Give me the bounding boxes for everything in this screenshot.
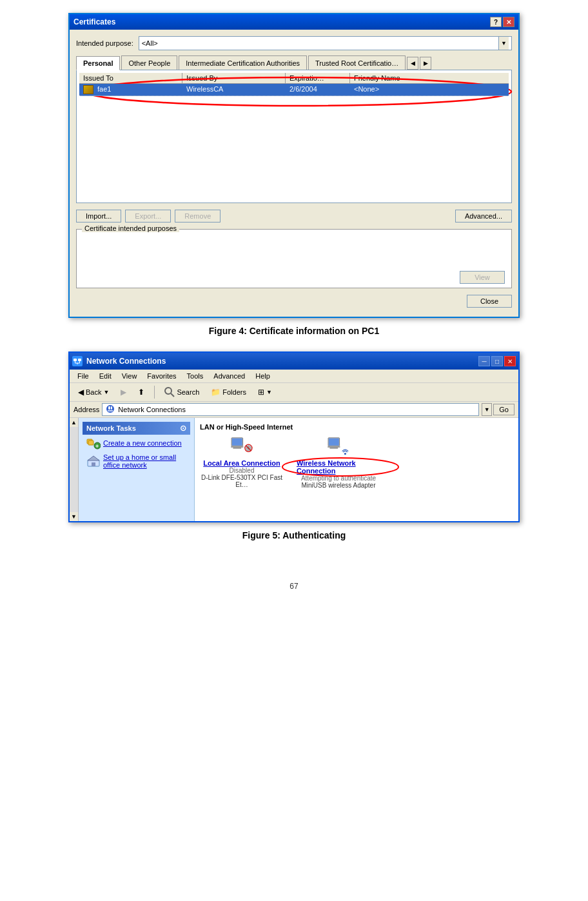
maximize-button[interactable]: □	[491, 356, 503, 366]
explorer-close-button[interactable]: ✕	[504, 356, 516, 366]
local-area-connection-desc: D-Link DFE-530TX PCI Fast Et…	[200, 474, 284, 488]
tab-personal[interactable]: Personal	[76, 56, 120, 70]
sidebar-scrollbar[interactable]: ▲ ▼	[70, 418, 79, 521]
tabs-row: Personal Other People Intermediate Certi…	[76, 55, 512, 70]
cert-friendly-name: <None>	[350, 84, 509, 95]
svg-rect-14	[88, 441, 93, 445]
sidebar-link-create[interactable]: + Create a new connection	[83, 435, 190, 451]
network-connections-icon	[72, 356, 83, 366]
sidebar-section-title: Network Tasks	[86, 424, 136, 432]
col-friendly-name: Friendly Name	[350, 73, 509, 83]
back-dropdown-icon: ▼	[103, 389, 109, 395]
button-row: Import... Export... Remove Advanced...	[76, 210, 512, 223]
certificates-dialog: Certificates ? ✕ Intended purpose: <All>…	[68, 13, 520, 318]
address-icon	[105, 404, 115, 415]
search-button[interactable]: Search	[160, 385, 204, 399]
address-bar: Address Network Connections ▼ Go	[70, 402, 518, 418]
explorer-titlebar: Network Connections ─ □ ✕	[70, 353, 518, 370]
cert-issued-by: WirelessCA	[182, 84, 286, 95]
tab-scroll-left[interactable]: ◀	[407, 57, 418, 70]
explorer-sidebar: Network Tasks ⊙ + Create a new connectio…	[79, 418, 195, 521]
cert-list-empty	[79, 96, 509, 199]
dialog-title: Certificates	[74, 17, 115, 26]
export-button[interactable]: Export...	[125, 210, 171, 223]
menu-file[interactable]: File	[72, 371, 94, 381]
local-area-connection-icon	[229, 436, 255, 459]
titlebar-buttons: ? ✕	[490, 17, 514, 27]
svg-line-8	[171, 393, 174, 397]
local-area-connection-item[interactable]: Local Area Connection Disabled D-Link DF…	[200, 436, 284, 489]
close-button[interactable]: Close	[467, 295, 512, 308]
wireless-connection-desc: MiniUSB wireless Adapter	[301, 482, 375, 489]
advanced-button[interactable]: Advanced...	[455, 210, 512, 223]
svg-rect-22	[231, 446, 243, 448]
wireless-connection-item[interactable]: Wireless Network Connection Attempting t…	[297, 436, 380, 489]
forward-icon: ▶	[121, 388, 126, 397]
svg-point-33	[344, 453, 346, 455]
cert-list-header: Issued To Issued By Expiratio… Friendly …	[79, 73, 509, 84]
address-input[interactable]: Network Connections	[102, 403, 479, 416]
col-issued-by: Issued By	[182, 73, 286, 83]
intended-purpose-label: Intended purpose:	[76, 39, 133, 47]
titlebar-close-button[interactable]: ✕	[503, 17, 514, 27]
svg-rect-30	[329, 439, 339, 446]
intended-purpose-row: Intended purpose: <All> ▼	[76, 36, 512, 50]
home-network-icon	[86, 455, 101, 468]
cert-issued-to: fae1	[79, 84, 182, 95]
views-icon: ⊞	[258, 388, 264, 397]
folders-button[interactable]: 📁 Folders	[206, 386, 251, 399]
search-icon	[164, 387, 175, 397]
intended-purpose-dropdown[interactable]: <All> ▼	[139, 36, 512, 50]
view-button[interactable]: View	[460, 271, 505, 284]
tab-intermediate-ca[interactable]: Intermediate Certification Authorities	[179, 55, 307, 70]
cert-expiration: 2/6/2004	[286, 84, 350, 95]
svg-text:+: +	[95, 443, 99, 450]
wireless-status-container: Wireless Network Connection	[297, 459, 380, 475]
wireless-connection-icon	[326, 436, 351, 459]
views-button[interactable]: ⊞ ▼	[253, 386, 277, 399]
up-button[interactable]: ⬆	[133, 386, 149, 399]
address-value: Network Connections	[118, 406, 186, 413]
explorer-title-left: Network Connections	[72, 356, 166, 366]
menu-help[interactable]: Help	[250, 371, 275, 381]
wireless-connection-name: Wireless Network Connection	[297, 459, 356, 475]
cert-purposes-group: Certificate intended purposes View	[76, 229, 512, 288]
minimize-button[interactable]: ─	[478, 356, 490, 366]
dropdown-arrow-icon: ▼	[498, 37, 509, 50]
create-connection-icon: +	[86, 437, 101, 450]
menu-view[interactable]: View	[117, 371, 142, 381]
network-items: Local Area Connection Disabled D-Link DF…	[200, 436, 513, 489]
tab-other-people[interactable]: Other People	[121, 55, 177, 70]
help-button[interactable]: ?	[490, 17, 502, 27]
menu-tools[interactable]: Tools	[182, 371, 209, 381]
svg-rect-31	[328, 446, 340, 448]
svg-marker-18	[88, 456, 99, 460]
cert-icon	[83, 85, 93, 94]
remove-button[interactable]: Remove	[175, 210, 220, 223]
view-btn-row: View	[81, 271, 507, 284]
wireless-connection-status: Attempting to authenticate	[301, 475, 376, 482]
dialog-body: Intended purpose: <All> ▼ Personal Other…	[70, 30, 518, 317]
folders-icon: 📁	[211, 388, 220, 397]
address-dropdown-arrow[interactable]: ▼	[482, 403, 492, 416]
menu-edit[interactable]: Edit	[94, 371, 117, 381]
menu-advanced[interactable]: Advanced	[208, 371, 250, 381]
sidebar-collapse-icon: ⊙	[180, 424, 186, 433]
sidebar-section-header[interactable]: Network Tasks ⊙	[83, 422, 190, 435]
up-icon: ⬆	[138, 388, 144, 397]
figure4-caption: Figure 4: Certificate information on PC1	[209, 326, 379, 336]
svg-rect-23	[233, 448, 241, 449]
back-button[interactable]: ◀ Back ▼	[74, 386, 113, 399]
back-icon: ◀	[78, 388, 84, 397]
svg-rect-10	[108, 406, 110, 410]
go-button[interactable]: Go	[493, 404, 514, 415]
forward-button[interactable]: ▶	[116, 386, 131, 399]
menu-favorites[interactable]: Favorites	[142, 371, 181, 381]
svg-rect-21	[232, 439, 242, 446]
import-button[interactable]: Import...	[76, 210, 121, 223]
tab-scroll-right[interactable]: ▶	[420, 57, 431, 70]
explorer-main: LAN or High-Speed Internet	[195, 418, 518, 521]
tab-trusted-root[interactable]: Trusted Root Certificatio…	[308, 55, 406, 70]
sidebar-link-home[interactable]: Set up a home or small office network	[83, 451, 190, 471]
cert-row[interactable]: fae1 WirelessCA 2/6/2004 <None>	[79, 84, 509, 96]
